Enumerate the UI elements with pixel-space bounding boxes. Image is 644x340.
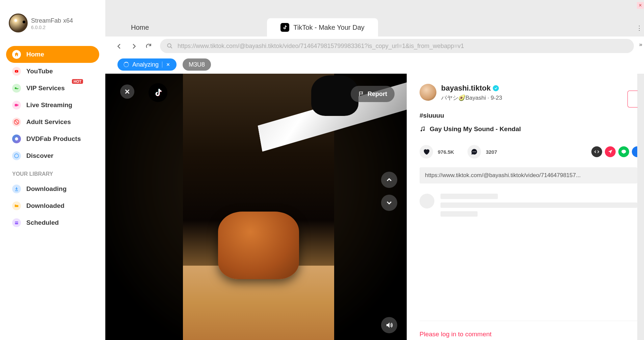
svg-rect-3 — [15, 104, 18, 106]
author-row[interactable]: bayashi.tiktok バヤシ🥑Bayashi · 9-23 — [420, 84, 637, 102]
nav-vip[interactable]: VIP Services HOT — [6, 80, 99, 97]
svg-point-9 — [421, 130, 422, 131]
status-chips: Analyzing M3U8 — [105, 55, 644, 74]
lib-label: Scheduled — [26, 219, 59, 226]
facebook-share-icon[interactable] — [632, 146, 637, 157]
share-icons — [591, 146, 637, 157]
svg-point-6 — [15, 154, 19, 158]
svg-point-10 — [423, 130, 424, 131]
login-to-comment[interactable]: Please log in to comment — [420, 321, 637, 338]
webpage: Report bayashi.tiktok — [105, 74, 637, 340]
svg-point-12 — [474, 151, 475, 152]
youtube-icon — [12, 67, 21, 76]
svg-point-5 — [15, 137, 18, 140]
username[interactable]: bayashi.tiktok — [441, 84, 502, 93]
close-icon[interactable] — [166, 62, 170, 67]
lib-downloading[interactable]: Downloading — [6, 180, 99, 197]
lib-scheduled[interactable]: Scheduled — [6, 214, 99, 231]
like-button[interactable] — [420, 145, 433, 159]
music-row[interactable]: Gay Using My Sound - Kendal — [420, 125, 637, 133]
forward-button[interactable] — [130, 43, 137, 49]
video-close-button[interactable] — [120, 84, 134, 99]
search-icon — [167, 43, 173, 49]
content-area: Home TikTok - Make Your Day https://www.… — [105, 0, 644, 340]
nav-label: Adult Services — [26, 118, 71, 126]
music-title: Gay Using My Sound - Kendal — [430, 125, 521, 133]
chip-label: M3U8 — [189, 61, 205, 68]
svg-point-13 — [475, 151, 476, 152]
nav-label: YouTube — [26, 68, 53, 75]
nav-label: DVDFab Products — [26, 135, 81, 143]
outer-frame-edge: × ⋮ » — [637, 0, 644, 340]
app-version: 6.0.0.2 — [31, 25, 73, 30]
svg-point-11 — [473, 151, 474, 152]
user-display-line: バヤシ🥑Bayashi · 9-23 — [441, 94, 502, 102]
like-count: 976.5K — [438, 149, 454, 155]
download-icon — [12, 185, 21, 193]
back-button[interactable] — [115, 43, 122, 49]
tiktok-logo-icon — [149, 83, 167, 102]
sloth-logo-icon — [9, 14, 28, 32]
outer-close-icon[interactable]: × — [637, 2, 644, 9]
comment-skeleton — [420, 194, 637, 217]
svg-point-2 — [15, 87, 17, 89]
tab-label: TikTok - Make Your Day — [293, 24, 364, 31]
compass-icon — [12, 151, 21, 160]
embed-share-icon[interactable] — [591, 146, 602, 157]
line-share-icon[interactable] — [618, 146, 629, 157]
expand-icon[interactable]: » — [639, 41, 642, 48]
lib-downloaded[interactable]: Downloaded — [6, 197, 99, 214]
video-frame — [183, 74, 334, 340]
library-header: YOUR LIBRARY — [6, 164, 99, 180]
nav-label: Discover — [26, 152, 53, 160]
music-note-icon — [420, 126, 426, 132]
prev-video-button[interactable] — [381, 172, 397, 188]
avatar[interactable] — [420, 84, 436, 101]
tiktok-icon — [280, 23, 289, 32]
report-button[interactable]: Report — [351, 86, 395, 102]
lib-label: Downloading — [26, 185, 66, 193]
nav-adult[interactable]: Adult Services — [6, 114, 99, 130]
next-video-button[interactable] — [381, 195, 397, 211]
send-share-icon[interactable] — [605, 146, 616, 157]
sidebar: StreamFab x64 6.0.0.2 Home YouTube VIP S… — [0, 0, 105, 340]
address-bar[interactable]: https://www.tiktok.com/@bayashi.tiktok/v… — [160, 39, 634, 53]
nav-label: Home — [26, 51, 44, 58]
comment-count: 3207 — [486, 149, 497, 155]
home-icon — [12, 50, 21, 59]
nav-live[interactable]: Live Streaming — [6, 97, 99, 114]
dvdfab-icon — [12, 135, 21, 143]
volume-button[interactable] — [381, 317, 397, 333]
nav-home[interactable]: Home — [6, 46, 99, 63]
spinner-icon — [124, 62, 129, 67]
kebab-icon[interactable]: ⋮ — [636, 24, 642, 32]
nav-label: Live Streaming — [26, 101, 72, 109]
verified-badge-icon — [493, 85, 499, 91]
analyzing-chip[interactable]: Analyzing — [117, 58, 177, 71]
eighteen-plus-icon — [12, 118, 21, 126]
video-player[interactable]: Report — [105, 74, 407, 340]
nav-youtube[interactable]: YouTube — [6, 63, 99, 80]
caption[interactable]: #siuuuu — [420, 112, 637, 119]
address-text: https://www.tiktok.com/@bayashi.tiktok/v… — [178, 43, 464, 50]
report-label: Report — [368, 91, 387, 98]
m3u8-chip[interactable]: M3U8 — [183, 58, 211, 71]
folder-icon — [12, 201, 21, 210]
reload-button[interactable] — [145, 43, 152, 49]
comment-button[interactable] — [467, 145, 481, 159]
key-icon — [12, 84, 21, 93]
share-link-box[interactable]: https://www.tiktok.com/@bayashi.tiktok/v… — [420, 167, 637, 184]
svg-rect-7 — [15, 221, 18, 224]
calendar-icon — [12, 218, 21, 227]
flag-icon — [358, 91, 364, 97]
tab-home[interactable]: Home — [117, 18, 162, 37]
app-name: StreamFab x64 — [31, 16, 73, 25]
chip-label: Analyzing — [132, 61, 159, 68]
nav-dvdfab[interactable]: DVDFab Products — [6, 130, 99, 147]
tab-label: Home — [131, 24, 149, 31]
follow-button[interactable] — [627, 91, 638, 107]
hot-badge: HOT — [72, 79, 83, 84]
nav-discover[interactable]: Discover — [6, 147, 99, 164]
video-info-panel: bayashi.tiktok バヤシ🥑Bayashi · 9-23 #siuuu… — [407, 74, 637, 340]
tab-tiktok[interactable]: TikTok - Make Your Day — [267, 18, 378, 37]
